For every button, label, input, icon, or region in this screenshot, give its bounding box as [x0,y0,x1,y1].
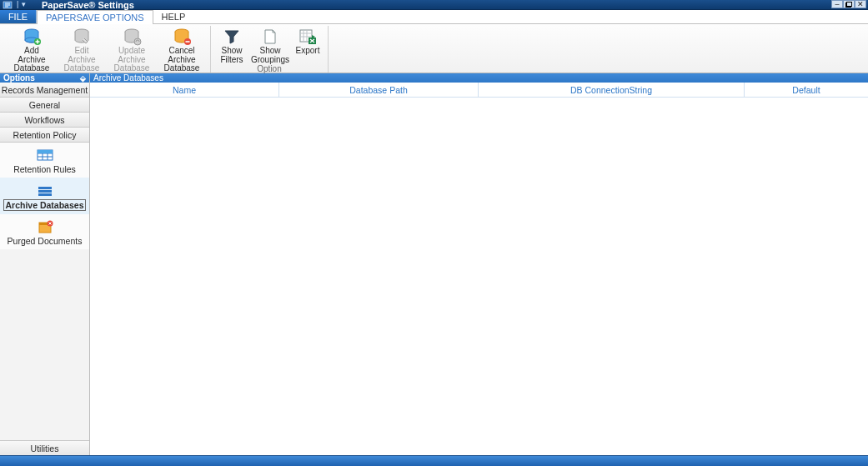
column-header-database-path[interactable]: Database Path [279,83,479,97]
status-bar [0,455,868,466]
sidebar-nav-purged-documents[interactable]: Purged Documents [0,214,89,249]
pin-icon[interactable]: ⬙ [80,74,86,83]
document-icon [258,26,282,47]
content-header: Archive Databases [90,73,868,83]
show-groupings-button[interactable]: ShowGroupings [249,26,291,64]
title-bar: | ▾ PaperSave® Settings – ✕ [0,0,868,10]
svg-point-8 [134,38,141,45]
menu-bar: FILE PAPERSAVE OPTIONS HELP [0,10,868,24]
sidebar-nav-label: Retention Rules [13,164,76,174]
sidebar-nav-archive-databases[interactable]: Archive Databases [0,178,89,214]
content-panel: Archive Databases Name Database Path DB … [90,73,868,455]
database-update-icon [120,26,143,47]
ribbon-toolbar: Add ArchiveDatabase Edit ArchiveDatabase… [0,24,868,73]
ribbon-group-archive-databases: Add ArchiveDatabase Edit ArchiveDatabase… [3,26,211,73]
add-archive-database-button[interactable]: Add ArchiveDatabase [7,26,57,73]
svg-rect-2 [847,2,852,6]
database-cancel-icon [170,26,193,47]
sidebar-header: Options ⬙ [0,73,89,83]
sidebar-nav-label: Archive Databases [3,199,87,211]
qat-separator-icon: | [17,1,18,8]
options-sidebar: Options ⬙ Records Management General Wor… [0,73,90,455]
column-header-connection-string[interactable]: DB ConnectionString [479,83,745,97]
sidebar-item-workflows[interactable]: Workflows [0,113,89,128]
sidebar-item-retention-policy[interactable]: Retention Policy [0,128,89,143]
edit-archive-database-button[interactable]: Edit ArchiveDatabase [57,26,107,73]
database-add-icon [20,26,43,47]
close-button[interactable]: ✕ [855,0,866,8]
export-button[interactable]: Export [291,26,324,64]
funnel-icon [220,26,243,47]
retention-rules-icon [35,148,55,164]
help-tab[interactable]: HELP [153,10,195,23]
sidebar-title: Options [3,73,35,83]
grid-header-row: Name Database Path DB ConnectionString D… [90,83,868,98]
sidebar-item-records-management[interactable]: Records Management [0,83,89,98]
quick-access-toolbar: | ▾ [13,1,37,8]
maximize-button[interactable] [843,0,855,8]
column-header-name[interactable]: Name [90,83,279,97]
sidebar-item-general[interactable]: General [0,98,89,113]
sidebar-item-utilities[interactable]: Utilities [0,440,89,455]
main-area: Options ⬙ Records Management General Wor… [0,73,868,455]
qat-dropdown-icon[interactable]: ▾ [22,1,26,8]
grid-body [90,98,868,455]
sidebar-nav-retention-rules[interactable]: Retention Rules [0,143,89,178]
cancel-archive-database-button[interactable]: Cancel ArchiveDatabase [157,26,207,73]
purged-documents-icon [35,219,55,236]
app-icon [2,1,13,9]
minimize-button[interactable]: – [831,0,843,8]
column-header-default[interactable]: Default [745,83,868,97]
show-filters-button[interactable]: ShowFilters [214,26,249,64]
archive-databases-icon [35,183,55,199]
export-excel-icon [296,26,319,47]
database-edit-icon [70,26,93,47]
svg-rect-11 [186,41,190,43]
sidebar-nav-label: Purged Documents [8,236,83,246]
papersave-options-tab[interactable]: PAPERSAVE OPTIONS [37,10,153,24]
svg-rect-15 [38,150,53,153]
sidebar-retention-body: Retention Rules Archive Databases Purged… [0,143,89,249]
ribbon-group-option: ShowFilters ShowGroupings Export Option [211,26,329,73]
window-title: PaperSave® Settings [37,0,134,10]
file-menu[interactable]: FILE [0,10,37,23]
update-archive-database-button[interactable]: Update ArchiveDatabase [107,26,157,73]
